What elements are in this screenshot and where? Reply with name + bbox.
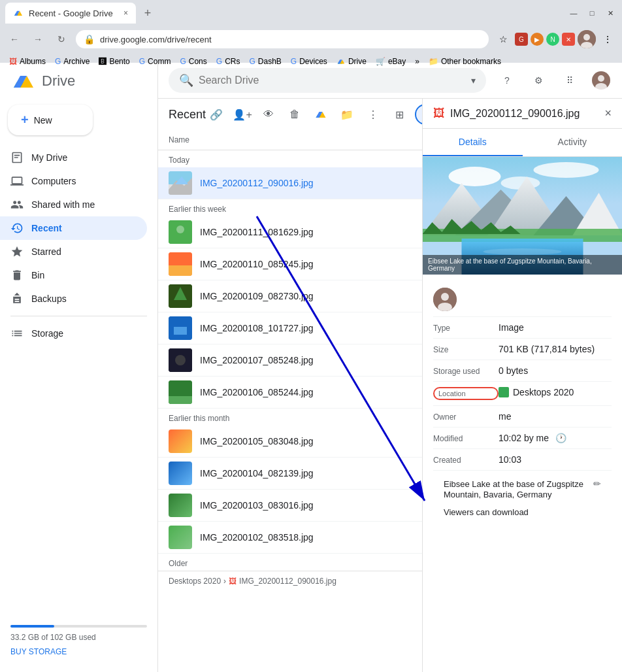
sidebar: Drive + New My Drive Computers Shared wi… xyxy=(0,63,158,672)
folder-upload-icon[interactable]: 📁 xyxy=(336,104,357,125)
more-options-icon[interactable]: ⋮ xyxy=(598,30,617,48)
detail-row-owner: Owner me xyxy=(433,406,612,428)
file-name: IMG_20200104_082139.jpg xyxy=(200,468,412,479)
file-thumbnail xyxy=(169,284,192,308)
add-people-icon[interactable]: 👤+ xyxy=(232,104,253,125)
detail-close-button[interactable]: × xyxy=(604,107,612,120)
file-list-header: Recent 🔗 👤+ 👁 🗑 📁 ⋮ ⊞ ℹ xyxy=(158,99,422,130)
sidebar-item-shared[interactable]: Shared with me xyxy=(0,193,147,216)
new-button[interactable]: + New xyxy=(8,105,93,135)
back-button[interactable]: ← xyxy=(5,30,24,48)
svg-rect-21 xyxy=(169,396,192,404)
svg-point-28 xyxy=(534,162,599,178)
search-dropdown-icon[interactable]: ▾ xyxy=(471,75,476,86)
new-button-label: New xyxy=(34,115,52,126)
sidebar-item-backups[interactable]: Backups xyxy=(0,287,147,311)
delete-icon[interactable]: 🗑 xyxy=(284,104,305,125)
file-row[interactable]: IMG_20200104_082139.jpg xyxy=(158,458,422,490)
svg-rect-22 xyxy=(169,429,192,453)
storage-fill xyxy=(10,625,54,628)
sidebar-item-label: Starred xyxy=(31,246,61,257)
file-list-actions: 🔗 👤+ 👁 🗑 📁 ⋮ ⊞ ℹ xyxy=(206,104,422,125)
file-row[interactable]: IMG_20200108_101727.jpg xyxy=(158,312,422,344)
drive-icon[interactable] xyxy=(310,104,331,125)
extension-icon-3[interactable]: N xyxy=(546,33,559,46)
forward-button[interactable]: → xyxy=(29,30,47,48)
sidebar-item-recent[interactable]: Recent xyxy=(0,216,147,240)
my-drive-icon xyxy=(10,151,24,164)
breadcrumb-sep: › xyxy=(223,577,226,586)
file-row[interactable]: IMG_20200103_083016.jpg xyxy=(158,490,422,522)
info-icon[interactable]: ℹ xyxy=(415,104,422,125)
file-row[interactable]: IMG_20200105_083048.jpg xyxy=(158,426,422,458)
minimize-button[interactable]: — xyxy=(567,7,580,20)
extension-icon-2[interactable]: ▶ xyxy=(531,33,544,46)
tab-details[interactable]: Details xyxy=(423,129,523,156)
apps-button[interactable]: ⠿ xyxy=(559,70,580,91)
viewers-can-download: Viewers can download xyxy=(433,499,612,525)
storage-bar xyxy=(10,625,147,628)
tab-close-button[interactable]: × xyxy=(123,8,128,18)
help-button[interactable]: ? xyxy=(497,70,517,91)
breadcrumb-file: IMG_20200112_090016.jpg xyxy=(239,577,336,586)
file-name: IMG_20200107_085248.jpg xyxy=(200,355,412,365)
file-thumbnail xyxy=(169,316,192,340)
file-row[interactable]: IMG_20200106_085244.jpg xyxy=(158,377,422,409)
close-window-button[interactable]: ✕ xyxy=(604,7,617,20)
file-list-title: Recent xyxy=(169,108,206,122)
avatar-button[interactable] xyxy=(591,70,612,91)
svg-rect-25 xyxy=(169,526,192,549)
buy-storage-button[interactable]: BUY STORAGE xyxy=(10,647,147,656)
computers-icon xyxy=(10,175,24,188)
tab-activity[interactable]: Activity xyxy=(523,129,623,156)
sidebar-item-my-drive[interactable]: My Drive xyxy=(0,146,147,169)
svg-point-11 xyxy=(176,226,184,233)
svg-rect-23 xyxy=(169,462,192,485)
grid-view-icon[interactable]: ⊞ xyxy=(389,104,410,125)
file-row[interactable]: IMG_20200107_085248.jpg xyxy=(158,344,422,377)
preview-icon[interactable]: 👁 xyxy=(258,104,279,125)
extension-icon-1[interactable]: G xyxy=(515,33,528,46)
file-row[interactable]: IMG_20200112_090016.jpg xyxy=(158,167,422,199)
modified-value: 10:02 by me 🕐 xyxy=(499,433,612,443)
maximize-button[interactable]: □ xyxy=(585,7,598,20)
settings-button[interactable]: ⚙ xyxy=(528,70,549,91)
sidebar-item-storage[interactable]: Storage xyxy=(0,322,147,345)
detail-info: Type Image Size 701 KB (717,814 bytes) S… xyxy=(423,275,622,672)
search-box[interactable]: 🔍 ▾ xyxy=(169,68,486,93)
sidebar-item-starred[interactable]: Starred xyxy=(0,240,147,263)
detail-preview-caption: Eibsee Lake at the base of Zugspitze Mou… xyxy=(423,255,622,275)
detail-file-icon: 🖼 xyxy=(433,107,445,120)
browser-tab[interactable]: Recent - Google Drive × xyxy=(5,3,136,24)
sidebar-item-computers[interactable]: Computers xyxy=(0,169,147,193)
detail-tabs: Details Activity xyxy=(423,129,622,157)
address-bar[interactable]: 🔒 drive.google.com/drive/recent xyxy=(76,30,489,48)
extension-icon-4[interactable]: ✕ xyxy=(562,33,575,46)
file-name: IMG_20200102_083518.jpg xyxy=(200,532,412,543)
new-tab-button[interactable]: + xyxy=(139,4,157,22)
storage-section: 33.2 GB of 102 GB used BUY STORAGE xyxy=(0,614,157,667)
search-input[interactable] xyxy=(199,75,466,86)
file-row[interactable]: IMG_20200110_085245.jpg xyxy=(158,248,422,280)
file-row[interactable]: IMG_20200102_083518.jpg xyxy=(158,522,422,554)
bookmark-star-icon[interactable]: ☆ xyxy=(494,30,512,48)
history-icon[interactable]: 🕐 xyxy=(555,433,566,443)
link-icon[interactable]: 🔗 xyxy=(206,104,227,125)
user-avatar-icon[interactable] xyxy=(578,30,596,48)
breadcrumb: Desktops 2020 › 🖼 IMG_20200112_090016.jp… xyxy=(158,571,422,591)
file-row[interactable]: IMG_20200111_081629.jpg xyxy=(158,216,422,248)
location-folder: Desktops 2020 xyxy=(499,387,612,397)
app-name: Drive xyxy=(42,73,75,90)
sidebar-item-label: Bin xyxy=(31,270,44,280)
reload-button[interactable]: ↻ xyxy=(52,30,71,48)
sidebar-item-label: Backups xyxy=(31,294,67,304)
file-name: IMG_20200111_081629.jpg xyxy=(200,227,412,237)
svg-rect-13 xyxy=(169,265,192,276)
edit-caption-icon[interactable]: ✏ xyxy=(593,479,601,489)
owner-value: me xyxy=(499,411,612,422)
sidebar-item-bin[interactable]: Bin xyxy=(0,263,147,287)
detail-row-modified: Modified 10:02 by me 🕐 xyxy=(433,428,612,449)
file-row[interactable]: IMG_20200109_082730.jpg xyxy=(158,280,422,312)
more-actions-icon[interactable]: ⋮ xyxy=(363,104,384,125)
file-name: IMG_20200105_083048.jpg xyxy=(200,436,412,446)
